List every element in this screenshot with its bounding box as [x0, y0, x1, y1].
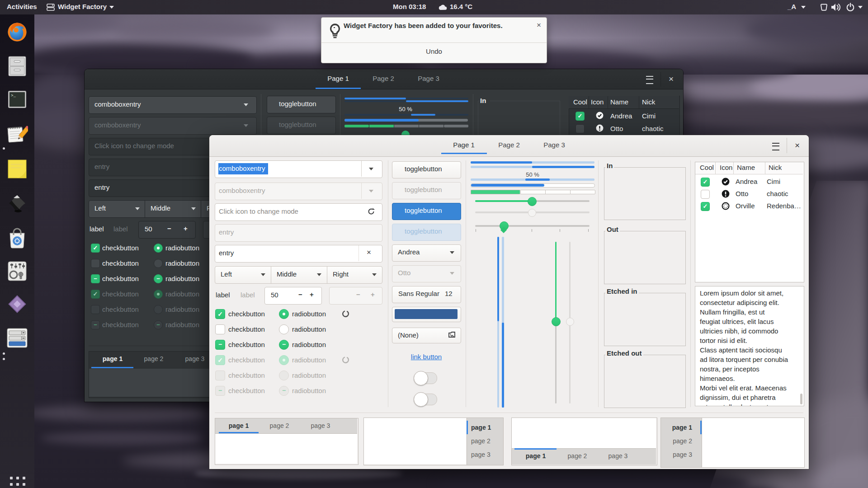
svg-text:>_: >_	[11, 94, 16, 98]
